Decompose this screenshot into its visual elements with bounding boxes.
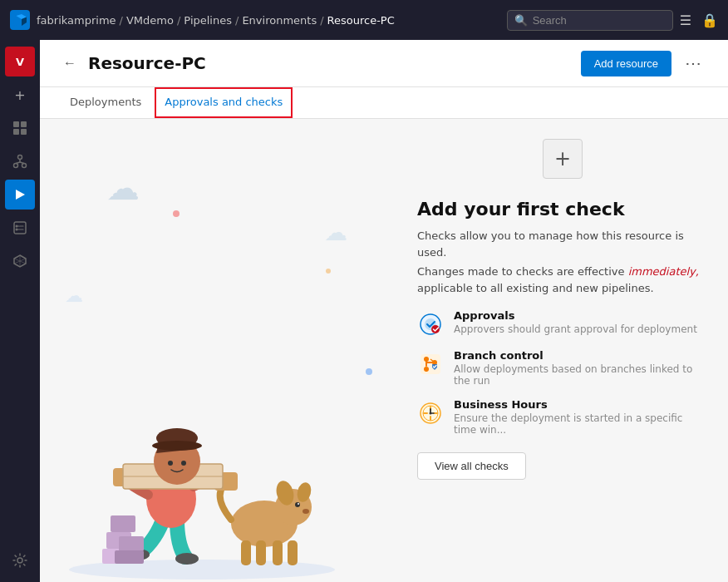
svg-line-9 [20, 162, 24, 164]
business-hours-info: Business Hours Ensure the deployment is … [454, 398, 708, 436]
svg-line-8 [16, 162, 20, 164]
back-button[interactable]: ← [60, 54, 80, 72]
more-options-button[interactable]: ⋯ [678, 50, 708, 76]
search-input[interactable] [533, 14, 666, 27]
right-panel: + Add your first check Checks allow you … [397, 119, 728, 582]
svg-point-38 [168, 461, 173, 466]
svg-point-48 [431, 325, 440, 333]
search-icon: 🔍 [514, 14, 528, 27]
breadcrumb-item-environments[interactable]: Environments [242, 14, 317, 27]
svg-rect-26 [288, 540, 298, 565]
check-desc-line2: Changes made to checks are effective imm… [417, 264, 708, 296]
task-list-icon[interactable]: ☰ [680, 12, 691, 28]
svg-point-37 [152, 441, 202, 451]
plus-button-area: + [417, 139, 708, 179]
approvals-desc: Approvers should grant approval for depl… [454, 323, 697, 335]
svg-point-6 [22, 164, 27, 168]
check-item-branch-control: Branch control Allow deployments based o… [417, 349, 708, 387]
svg-point-50 [424, 357, 429, 362]
add-resource-button[interactable]: Add resource [581, 51, 671, 76]
page-header: ← Resource-PC Add resource ⋯ [40, 40, 728, 87]
svg-point-4 [18, 155, 22, 160]
breadcrumb-item-org[interactable]: fabrikamprime [37, 14, 116, 27]
svg-rect-49 [421, 354, 440, 374]
svg-point-20 [295, 502, 300, 507]
sidebar-item-boards[interactable] [5, 113, 35, 143]
illustration-area: ☁ ☁ ☁ [40, 119, 397, 582]
sidebar-item-testplans[interactable] [5, 213, 35, 243]
business-hours-name: Business Hours [454, 398, 708, 411]
tab-deployments[interactable]: Deployments [60, 87, 151, 118]
search-box[interactable]: 🔍 [507, 10, 673, 31]
cloud-decoration-3: ☁ [65, 285, 83, 306]
breadcrumb-item-current: Resource-PC [327, 14, 395, 27]
tab-approvals-checks[interactable]: Approvals and checks [155, 87, 293, 118]
svg-rect-43 [119, 536, 144, 551]
svg-rect-2 [13, 129, 19, 135]
sidebar-item-repos[interactable] [5, 146, 35, 176]
decorative-dot-2 [366, 368, 372, 375]
svg-rect-1 [21, 121, 27, 127]
sidebar: V + [0, 40, 40, 582]
approvals-icon [417, 311, 444, 338]
branch-control-icon [417, 351, 444, 377]
breadcrumb-item-pipelines[interactable]: Pipelines [184, 14, 232, 27]
nav-icons: ☰ 🔒 [680, 12, 718, 28]
sidebar-item-settings[interactable] [5, 545, 35, 575]
illustration-svg [57, 333, 347, 582]
sidebar-avatar[interactable]: V [5, 47, 35, 76]
svg-point-39 [181, 461, 186, 466]
view-all-checks-button[interactable]: View all checks [417, 452, 526, 480]
desc-text: Changes made to checks are effective [417, 265, 628, 278]
content-area: ☁ ☁ ☁ [40, 119, 728, 582]
desc-text2: applicable to all existing and new pipel… [417, 282, 654, 294]
svg-point-5 [14, 164, 18, 168]
tabs-bar: Deployments Approvals and checks [40, 87, 728, 119]
business-hours-desc: Ensure the deployment is started in a sp… [454, 412, 708, 436]
breadcrumb: fabrikamprime / VMdemo / Pipelines / Env… [37, 14, 500, 27]
sidebar-item-add[interactable]: + [5, 80, 35, 110]
lock-icon[interactable]: 🔒 [701, 12, 718, 28]
page-title: Resource-PC [88, 53, 206, 73]
svg-rect-24 [256, 540, 266, 565]
app-logo [10, 10, 30, 30]
approvals-info: Approvals Approvers should grant approva… [454, 309, 697, 335]
business-hours-icon [417, 400, 444, 427]
svg-point-22 [303, 509, 309, 514]
desc-emphasis: immediately, [628, 265, 699, 278]
branch-control-desc: Allow deployments based on branches link… [454, 363, 708, 387]
svg-rect-3 [21, 129, 27, 135]
page-title-area: ← Resource-PC [60, 53, 206, 73]
cloud-decoration-2: ☁ [324, 219, 347, 246]
decorative-dot-3 [326, 269, 331, 274]
breadcrumb-item-project[interactable]: VMdemo [126, 14, 174, 27]
svg-point-51 [424, 367, 429, 372]
header-actions: Add resource ⋯ [581, 50, 708, 76]
svg-marker-10 [16, 190, 25, 200]
svg-point-61 [430, 412, 432, 415]
svg-rect-11 [14, 222, 26, 234]
svg-point-28 [175, 553, 199, 565]
check-item-approvals: Approvals Approvers should grant approva… [417, 309, 708, 338]
branch-control-name: Branch control [454, 349, 708, 362]
cloud-decoration-1: ☁ [106, 169, 140, 207]
svg-point-14 [17, 558, 22, 563]
branch-control-info: Branch control Allow deployments based o… [454, 349, 708, 387]
svg-rect-25 [273, 540, 283, 565]
svg-rect-44 [115, 550, 144, 564]
svg-point-21 [298, 503, 299, 505]
plus-icon: + [554, 147, 571, 170]
approvals-name: Approvals [454, 309, 697, 322]
main-content: ← Resource-PC Add resource ⋯ Deployments… [40, 40, 728, 582]
check-desc-line1: Checks allow you to manage how this reso… [417, 228, 708, 260]
svg-rect-41 [111, 515, 135, 532]
decorative-dot-1 [173, 210, 180, 217]
check-list: Approvals Approvers should grant approva… [417, 309, 708, 436]
check-item-business-hours: Business Hours Ensure the deployment is … [417, 398, 708, 436]
top-nav: fabrikamprime / VMdemo / Pipelines / Env… [0, 0, 728, 40]
sidebar-item-artifacts[interactable] [5, 246, 35, 276]
add-check-button[interactable]: + [543, 139, 583, 179]
first-check-title: Add your first check [417, 199, 708, 219]
sidebar-item-pipelines[interactable] [5, 180, 35, 210]
svg-rect-0 [13, 121, 19, 127]
